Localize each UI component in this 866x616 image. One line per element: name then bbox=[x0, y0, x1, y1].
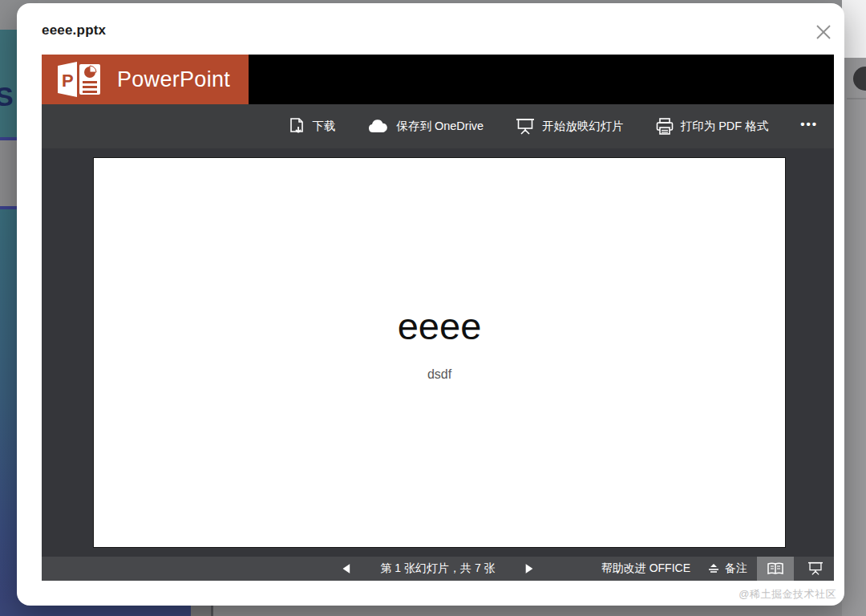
background-right-strip bbox=[842, 58, 866, 616]
statusbar-right-group: 帮助改进 OFFICE 备注 bbox=[601, 557, 834, 581]
app-name: PowerPoint bbox=[117, 67, 230, 92]
slideshow-screen-icon bbox=[516, 118, 535, 136]
viewer-toolbar: 下载 保存到 OneDrive 开始放映幻灯片 bbox=[42, 104, 834, 148]
left-arrow-icon bbox=[342, 564, 350, 573]
slideshow-screen-icon bbox=[807, 561, 824, 576]
help-improve-link[interactable]: 帮助改进 OFFICE bbox=[601, 561, 690, 576]
next-slide-button[interactable] bbox=[526, 564, 533, 573]
slide-navigation: 第 1 张幻灯片，共 7 张 bbox=[342, 557, 532, 581]
watermark: @稀土掘金技术社区 bbox=[739, 587, 836, 602]
background-divider bbox=[847, 98, 866, 99]
printer-icon bbox=[656, 118, 674, 136]
file-preview-modal: eeee.pptx P PowerPoint bbox=[17, 3, 844, 606]
slide[interactable]: eeee dsdf bbox=[93, 157, 786, 548]
powerpoint-brand: P PowerPoint bbox=[42, 55, 249, 104]
start-slideshow-label: 开始放映幻灯片 bbox=[542, 119, 624, 134]
slide-subtitle-text: dsdf bbox=[427, 367, 451, 382]
print-pdf-button[interactable]: 打印为 PDF 格式 bbox=[656, 118, 769, 136]
more-options-button[interactable]: ••• bbox=[800, 117, 818, 136]
right-arrow-icon bbox=[526, 564, 533, 573]
brand-header-spacer bbox=[249, 55, 834, 104]
slideshow-view-button[interactable] bbox=[797, 557, 834, 581]
viewer-statusbar: 第 1 张幻灯片，共 7 张 帮助改进 OFFICE 备注 bbox=[42, 557, 834, 581]
svg-text:P: P bbox=[62, 71, 74, 91]
powerpoint-logo-icon: P bbox=[58, 62, 104, 97]
powerpoint-viewer: P PowerPoint 下载 bbox=[42, 55, 834, 584]
start-slideshow-button[interactable]: 开始放映幻灯片 bbox=[516, 118, 624, 136]
close-icon bbox=[815, 23, 832, 41]
notes-toggle[interactable]: 备注 bbox=[708, 561, 747, 576]
reading-view-button[interactable] bbox=[757, 557, 794, 581]
background-letter-fragment: S bbox=[0, 81, 14, 112]
save-onedrive-label: 保存到 OneDrive bbox=[396, 119, 484, 134]
slide-position-text: 第 1 张幻灯片，共 7 张 bbox=[380, 561, 495, 576]
brand-header: P PowerPoint bbox=[42, 55, 834, 104]
ellipsis-icon: ••• bbox=[800, 117, 818, 131]
print-pdf-label: 打印为 PDF 格式 bbox=[681, 119, 769, 134]
save-to-onedrive-button[interactable]: 保存到 OneDrive bbox=[367, 119, 484, 134]
background-right-strip bbox=[842, 0, 866, 58]
onedrive-cloud-icon bbox=[367, 120, 389, 134]
open-book-icon bbox=[767, 562, 783, 575]
file-title: eeee.pptx bbox=[42, 22, 106, 38]
notes-icon bbox=[708, 563, 719, 574]
download-label: 下载 bbox=[312, 119, 335, 134]
download-button[interactable]: 下载 bbox=[289, 118, 335, 136]
slide-canvas-area: eeee dsdf bbox=[42, 148, 834, 557]
close-button[interactable] bbox=[807, 16, 840, 48]
previous-slide-button[interactable] bbox=[342, 564, 350, 573]
download-icon bbox=[289, 118, 305, 136]
notes-label: 备注 bbox=[725, 561, 747, 576]
slide-title-text: eeee bbox=[398, 307, 482, 345]
